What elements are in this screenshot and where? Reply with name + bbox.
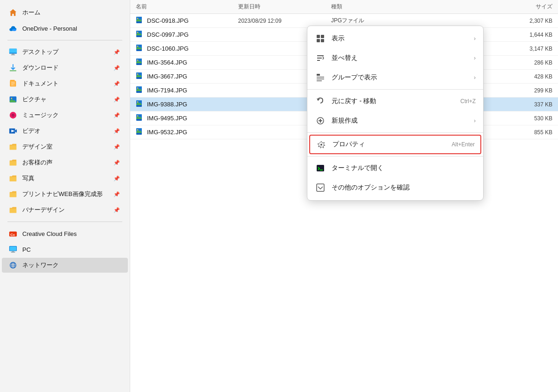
menu-item-properties[interactable]: プロパティ Alt+Enter — [309, 135, 481, 154]
svg-rect-6 — [11, 54, 15, 55]
svg-point-18 — [11, 98, 13, 99]
menu-item-new[interactable]: 新規作成 › — [307, 111, 483, 131]
menu-icon-sort — [315, 52, 326, 64]
sidebar-item-network[interactable]: ネットワーク — [2, 258, 128, 273]
pin-icon-downloads: 📌 — [113, 64, 120, 72]
sidebar-item-music[interactable]: ミュージック 📌 — [2, 108, 128, 123]
sidebar-photos-label: 写真 — [22, 174, 113, 183]
sidebar-videos-label: ビデオ — [22, 127, 113, 135]
svg-rect-90 — [317, 184, 324, 191]
pin-icon-photos: 📌 — [113, 175, 120, 182]
context-menu: 表示 › 並べ替え › グループで表示 › 元に戻す - 移動 Ctrl+Z 新… — [307, 26, 484, 201]
content-area: 名前 更新日時 種類 サイズ DSC-0918.JPG 2023/08/29 1… — [130, 0, 558, 392]
svg-rect-88 — [317, 165, 324, 171]
sidebar-item-documents[interactable]: ドキュメント 📌 — [2, 76, 128, 91]
svg-text:Cc: Cc — [10, 233, 15, 237]
svg-rect-5 — [12, 54, 14, 55]
sidebar-onedrive-label: OneDrive - Personal — [22, 25, 120, 32]
sidebar-design-room-label: デザイン室 — [22, 143, 113, 151]
sidebar-item-onedrive[interactable]: OneDrive - Personal — [2, 21, 128, 36]
document-icon — [8, 79, 18, 88]
menu-icon-group — [315, 72, 326, 83]
menu-arrow-icon: › — [474, 118, 476, 124]
sidebar-pictures-label: ピクチャ — [22, 95, 113, 104]
sidebar-item-banner-design[interactable]: バナーデザイン 📌 — [2, 203, 128, 217]
svg-rect-4 — [9, 49, 17, 53]
pin-icon-pictures: 📌 — [113, 96, 120, 103]
svg-rect-73 — [317, 35, 320, 38]
pin-icon-desktop: 📌 — [113, 48, 120, 56]
svg-rect-74 — [321, 35, 324, 38]
context-menu-overlay: 表示 › 並べ替え › グループで表示 › 元に戻す - 移動 Ctrl+Z 新… — [130, 0, 558, 392]
svg-rect-30 — [12, 251, 14, 252]
menu-label-more-options: その他のオプションを確認 — [332, 183, 476, 192]
menu-icon-view — [315, 33, 326, 44]
svg-rect-75 — [317, 39, 320, 42]
pin-icon-banner-design: 📌 — [113, 206, 120, 214]
folder-banner-icon — [8, 205, 18, 215]
menu-icon-properties — [316, 139, 327, 150]
menu-icon-new — [315, 115, 326, 126]
pictures-icon — [8, 95, 18, 104]
sidebar-divider-2 — [7, 222, 122, 222]
pin-icon-design-room: 📌 — [113, 143, 120, 150]
pin-icon-print-web: 📌 — [113, 190, 120, 198]
folder-photos-icon — [8, 174, 18, 183]
svg-rect-80 — [317, 74, 320, 76]
sidebar-home-label: ホーム — [22, 8, 120, 17]
menu-item-terminal[interactable]: ターミナルで開く — [307, 158, 483, 178]
pin-icon-customer-voice: 📌 — [113, 159, 120, 166]
sidebar-pc-label: PC — [22, 246, 120, 253]
network-icon — [8, 261, 18, 270]
sidebar-music-label: ミュージック — [22, 111, 113, 119]
sidebar-banner-design-label: バナーデザイン — [22, 206, 113, 214]
svg-rect-29 — [10, 247, 16, 251]
sidebar-item-print-web[interactable]: プリントナビWEB画像完成形 📌 — [2, 187, 128, 202]
pin-icon-videos: 📌 — [113, 127, 120, 135]
menu-label-group: グループで表示 — [332, 73, 474, 82]
menu-label-properties: プロパティ — [332, 140, 442, 149]
sidebar-item-downloads[interactable]: ダウンロード 📌 — [2, 60, 128, 75]
sidebar-item-photos[interactable]: 写真 📌 — [2, 171, 128, 186]
sidebar-item-home[interactable]: ホーム — [2, 5, 128, 20]
sidebar-downloads-label: ダウンロード — [22, 64, 113, 72]
svg-marker-24 — [15, 129, 17, 132]
menu-item-view[interactable]: 表示 › — [307, 29, 483, 48]
pc-icon — [8, 245, 18, 254]
sidebar-customer-voice-label: お客様の声 — [22, 158, 113, 167]
svg-point-87 — [320, 144, 322, 146]
sidebar-item-customer-voice[interactable]: お客様の声 📌 — [2, 155, 128, 170]
sidebar: ホーム OneDrive - Personal — [0, 0, 130, 392]
pin-icon-documents: 📌 — [113, 80, 120, 87]
sidebar-desktop-label: デスクトップ — [22, 48, 113, 56]
menu-item-more-options[interactable]: その他のオプションを確認 — [307, 178, 483, 197]
videos-icon — [8, 126, 18, 136]
menu-label-view: 表示 — [332, 34, 474, 43]
folder-customer-icon — [8, 158, 18, 167]
menu-label-sort: 並べ替え — [332, 54, 474, 62]
menu-icon-more-options — [315, 182, 326, 193]
menu-divider — [307, 89, 483, 90]
download-icon — [8, 63, 18, 72]
menu-icon-terminal — [315, 163, 326, 174]
menu-item-undo[interactable]: 元に戻す - 移動 Ctrl+Z — [307, 91, 483, 111]
menu-shortcut: Ctrl+Z — [460, 98, 476, 105]
sidebar-item-creative-cloud[interactable]: Cc Creative Cloud Files — [2, 226, 128, 241]
menu-label-new: 新規作成 — [332, 117, 474, 125]
menu-arrow-icon: › — [474, 55, 476, 61]
svg-rect-31 — [11, 252, 15, 252]
sidebar-documents-label: ドキュメント — [22, 79, 113, 88]
menu-item-group[interactable]: グループで表示 › — [307, 68, 483, 87]
sidebar-print-web-label: プリントナビWEB画像完成形 — [22, 190, 113, 198]
folder-print-icon — [8, 189, 18, 199]
sidebar-item-pictures[interactable]: ピクチャ 📌 — [2, 92, 128, 107]
sidebar-item-videos[interactable]: ビデオ 📌 — [2, 124, 128, 138]
svg-rect-76 — [321, 39, 324, 42]
menu-arrow-icon: › — [474, 35, 476, 42]
sidebar-item-design-room[interactable]: デザイン室 📌 — [2, 139, 128, 154]
menu-item-sort[interactable]: 並べ替え › — [307, 48, 483, 68]
sidebar-item-pc[interactable]: PC — [2, 242, 128, 257]
sidebar-network-label: ネットワーク — [22, 261, 120, 269]
menu-label-undo: 元に戻す - 移動 — [332, 97, 451, 105]
sidebar-item-desktop[interactable]: デスクトップ 📌 — [2, 45, 128, 59]
